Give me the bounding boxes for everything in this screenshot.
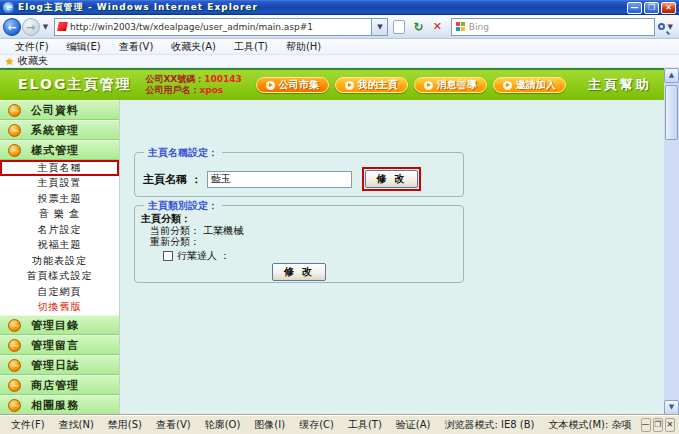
homepage-category-fieldset: 主頁類別設定： 主頁分類： 当前分類： 工業機械 重新分類： 行業達人 ： 修 … xyxy=(134,205,464,283)
menu-help[interactable]: 帮助(H) xyxy=(277,40,330,54)
company-info: 公司XX號碼：100143 公司用戶名：xpos xyxy=(145,74,241,96)
homepage-name-label: 主頁名稱 ： xyxy=(143,172,202,187)
nav-my-homepage[interactable]: 我的主頁 xyxy=(335,77,408,93)
company-no-value: 100143 xyxy=(204,74,242,84)
globe-icon xyxy=(8,359,21,372)
search-button[interactable]: ▼ xyxy=(658,23,676,31)
homepage-name-input[interactable] xyxy=(207,171,352,188)
sidebar-item-blessing-theme[interactable]: 祝福主題 xyxy=(0,238,119,254)
modify-highlight-box: 修 改 xyxy=(362,167,421,191)
sidebar-item-switch-old-version[interactable]: 切換舊版 xyxy=(0,300,119,316)
favorites-label[interactable]: 收藏夹 xyxy=(18,54,48,68)
dev-menu-disable[interactable]: 禁用(S) xyxy=(101,418,149,432)
page-viewport: ELOG主頁管理 公司XX號碼：100143 公司用戶名：xpos 公司市集 我… xyxy=(0,68,679,415)
browser-window: e Elog主頁管理 - Windows Internet Explorer —… xyxy=(0,0,679,434)
sidebar-item-music-box[interactable]: 音 樂 盒 xyxy=(0,207,119,223)
sidebar-section-photo-service[interactable]: 相圈服務 xyxy=(0,395,119,415)
globe-icon xyxy=(8,144,21,157)
close-button[interactable]: ✕ xyxy=(661,2,676,14)
sidebar-item-custom-page[interactable]: 自定網頁 xyxy=(0,284,119,300)
menu-file[interactable]: 文件(F) xyxy=(6,40,58,54)
scroll-down-icon[interactable]: ▼ xyxy=(664,400,679,415)
modify-category-button[interactable]: 修 改 xyxy=(272,263,325,281)
menu-favorites[interactable]: 收藏夹(A) xyxy=(162,40,225,54)
nav-invite-join[interactable]: 邀請加入 xyxy=(493,77,566,93)
sidebar-section-manage-messages[interactable]: 管理留言 xyxy=(0,335,119,355)
globe-icon xyxy=(8,339,21,352)
back-button[interactable]: ← xyxy=(3,18,21,36)
sidebar-section-company-info[interactable]: 公司資料 xyxy=(0,100,119,120)
header-nav: 公司市集 我的主頁 消息響導 邀請加入 xyxy=(256,77,566,93)
play-icon xyxy=(503,81,512,90)
scrollbar-thumb[interactable] xyxy=(665,85,678,140)
nav-message-guide[interactable]: 消息響導 xyxy=(414,77,487,93)
window-title: Elog主頁管理 - Windows Internet Explorer xyxy=(18,1,627,14)
menu-view[interactable]: 查看(V) xyxy=(110,40,163,54)
sidebar-section-system-mgmt[interactable]: 系統管理 xyxy=(0,120,119,140)
sidebar-item-homepage-settings[interactable]: 主頁設置 xyxy=(0,176,119,192)
dev-menu-images[interactable]: 图像(I) xyxy=(247,418,292,432)
sidebar-item-homepage-style[interactable]: 首頁樣式設定 xyxy=(0,269,119,285)
favorites-star-icon[interactable]: ★ xyxy=(5,56,14,67)
homepage-help-link[interactable]: 主頁幫助 xyxy=(588,76,652,94)
industry-expert-label: 行業達人 ： xyxy=(177,249,230,263)
devbar-restore-icon[interactable]: ❐ xyxy=(653,418,663,432)
maximize-button[interactable]: ❐ xyxy=(644,2,659,14)
history-dropdown-icon[interactable]: ▼ xyxy=(40,23,51,31)
sidebar-section-shop-mgmt[interactable]: 商店管理 xyxy=(0,375,119,395)
sidebar-item-vote-topic[interactable]: 投票主題 xyxy=(0,191,119,207)
dev-menu-tools[interactable]: 工具(T) xyxy=(341,418,389,432)
ie-logo-icon: e xyxy=(3,2,14,13)
dev-menu-view[interactable]: 查看(V) xyxy=(149,418,198,432)
refresh-icon[interactable]: ↻ xyxy=(410,18,427,35)
site-favicon-icon xyxy=(57,22,68,31)
search-box[interactable]: Bing xyxy=(451,18,655,36)
dev-menu-outline[interactable]: 轮廓(O) xyxy=(198,418,248,432)
nav-company-market[interactable]: 公司市集 xyxy=(256,77,329,93)
title-bar: e Elog主頁管理 - Windows Internet Explorer —… xyxy=(0,0,679,15)
main-content: 主頁名稱設定： 主頁名稱 ： 修 改 主頁類別設定： 主頁分類： 当前分類： 工… xyxy=(121,100,664,415)
devbar-close-icon[interactable]: ✕ xyxy=(665,418,675,432)
address-bar[interactable]: http://win2003/tw/xdealpage/user_admin/m… xyxy=(54,18,372,36)
address-url: http://win2003/tw/xdealpage/user_admin/m… xyxy=(70,22,313,32)
magnifier-icon xyxy=(658,23,665,30)
recategorize-label: 重新分類： xyxy=(150,235,200,249)
text-mode[interactable]: 文本模式(M): 杂项 xyxy=(542,418,639,432)
sidebar-item-menu-settings[interactable]: 功能表設定 xyxy=(0,253,119,269)
favorites-bar: ★ 收藏夹 xyxy=(0,55,679,68)
play-icon xyxy=(266,81,275,90)
menu-edit[interactable]: 编辑(E) xyxy=(58,40,110,54)
dev-menu-cache[interactable]: 缓存(C) xyxy=(292,418,341,432)
play-icon xyxy=(424,81,433,90)
globe-icon xyxy=(8,104,21,117)
scroll-up-icon[interactable]: ▲ xyxy=(664,68,679,83)
menu-tools[interactable]: 工具(T) xyxy=(225,40,277,54)
globe-icon xyxy=(8,379,21,392)
sidebar-item-homepage-name[interactable]: 主頁名稱 xyxy=(0,160,119,176)
vertical-scrollbar[interactable]: ▲ ▼ xyxy=(664,68,679,415)
page-compat-icon[interactable] xyxy=(393,20,405,34)
sidebar-section-manage-directory[interactable]: 管理目錄 xyxy=(0,315,119,335)
browser-mode[interactable]: 浏览器模式: IE8 (B) xyxy=(438,418,542,432)
sidebar-section-manage-blog[interactable]: 管理日誌 xyxy=(0,355,119,375)
sidebar-item-business-card[interactable]: 名片設定 xyxy=(0,222,119,238)
forward-button[interactable]: → xyxy=(22,18,40,36)
address-dropdown-icon[interactable]: ▼ xyxy=(372,18,388,36)
search-dropdown-icon[interactable]: ▼ xyxy=(665,23,676,31)
sidebar-section-style-mgmt[interactable]: 樣式管理 xyxy=(0,140,119,160)
dev-menu-find[interactable]: 查找(N) xyxy=(52,418,101,432)
dev-menu-validate[interactable]: 验证(A) xyxy=(389,418,438,432)
user-value: xpos xyxy=(199,85,223,95)
industry-expert-checkbox[interactable] xyxy=(163,251,173,261)
navigation-bar: ← → ▼ http://win2003/tw/xdealpage/user_a… xyxy=(0,15,679,39)
dev-menu-file[interactable]: 文件(F) xyxy=(4,418,52,432)
minimize-button[interactable]: — xyxy=(627,2,642,14)
bing-logo-icon xyxy=(456,22,465,31)
user-label: 公司用戶名： xyxy=(145,85,199,95)
fieldset1-legend: 主頁名稱設定： xyxy=(144,146,222,160)
globe-icon xyxy=(8,399,21,412)
modify-name-button[interactable]: 修 改 xyxy=(365,170,418,188)
stop-icon[interactable]: ✕ xyxy=(429,18,446,35)
play-icon xyxy=(345,81,354,90)
devbar-minimize-icon[interactable]: — xyxy=(641,418,651,432)
